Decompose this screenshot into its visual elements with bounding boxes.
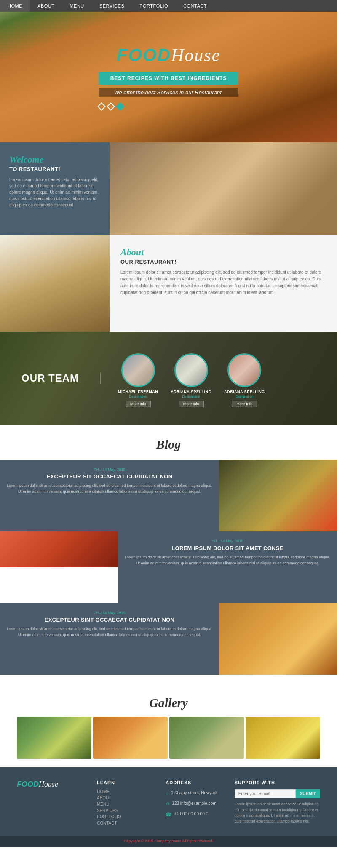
blog-card-1: THU 14 May, 2015 EXCEPTEUR SIT OCCAECAT …: [0, 460, 219, 531]
blog-card-title-2: LOREM IPSUM DOLOR SIT AMET CONSE: [125, 545, 330, 551]
home-icon: ⌂: [166, 790, 168, 798]
restaurant-image: [110, 142, 337, 235]
footer-street-text: 123 ajoy street, Newyork: [171, 789, 217, 797]
gallery-section: Gallery: [0, 683, 337, 767]
blog-section: Blog THU 14 May, 2015 EXCEPTEUR SIT OCCA…: [0, 425, 337, 683]
nav-about[interactable]: ABOUT: [30, 0, 62, 12]
hero-dot-1[interactable]: [97, 102, 106, 111]
blog-sub-image-b: [0, 567, 118, 603]
gallery-item-2[interactable]: [93, 717, 168, 759]
blog-image-1: [219, 460, 337, 531]
team-avatar-2: [174, 353, 208, 387]
blog-row-1: THU 14 May, 2015 EXCEPTEUR SIT OCCAECAT …: [0, 460, 337, 531]
team-avatar-1: [121, 353, 155, 387]
team-more-2[interactable]: More Info: [179, 401, 204, 407]
team-label: OUR TEAM: [8, 372, 101, 384]
team-member-3: ADRIANA SPELLING Designation More Info: [224, 353, 265, 407]
team-name-3: ADRIANA SPELLING: [224, 390, 265, 394]
team-more-3[interactable]: More Info: [232, 401, 257, 407]
gallery-item-3[interactable]: [169, 717, 244, 759]
welcome-text: Welcome TO RESTAURANT! Lorem ipsum dolor…: [0, 142, 110, 235]
blog-date-2: THU 14 May, 2015: [125, 539, 330, 543]
about-section: About OUR RESTAURANT! Lorem ipsum dolor …: [0, 235, 337, 332]
team-role-3: Designation: [224, 395, 265, 398]
phone-icon: ☎: [166, 811, 171, 819]
gallery-title: Gallery: [0, 696, 337, 710]
footer-address-heading: ADDRESS: [166, 780, 222, 785]
footer-submit-button[interactable]: SUBMIT: [296, 789, 320, 798]
footer-link-home[interactable]: HOME: [97, 789, 153, 794]
blog-title: Blog: [0, 437, 337, 451]
footer-support-heading: SUPPORT WITH: [235, 780, 320, 785]
chef-image: [0, 235, 110, 332]
team-members-list: MICHAEL FREEMAN Designation More Info AD…: [101, 353, 265, 407]
gallery-item-1[interactable]: [17, 717, 91, 759]
gallery-item-4[interactable]: [246, 717, 320, 759]
hero-cta-button[interactable]: BEST RECIPES WITH BEST INGREDIENTS: [99, 72, 239, 85]
about-body: Lorem ipsum dolor sit amet consectetur a…: [120, 269, 326, 296]
hero-dot-2[interactable]: [107, 102, 115, 111]
footer-link-services[interactable]: SERVICES: [97, 808, 153, 813]
copyright-text: Copyright © 2015,Company name All rights…: [124, 839, 214, 843]
welcome-section: Welcome TO RESTAURANT! Lorem ipsum dolor…: [0, 142, 337, 235]
footer-logo-house: House: [39, 780, 58, 788]
envelope-icon: ✉: [166, 800, 169, 809]
blog-card-title-1: EXCEPTEUR SIT OCCAECAT CUPIDATAT NON: [7, 473, 212, 480]
welcome-image: [110, 142, 337, 235]
gallery-grid: [0, 717, 337, 759]
nav-contact[interactable]: CONTACT: [176, 0, 214, 12]
blog-card-text-3: Lorem ipsum dolor sit amet consectetur a…: [7, 626, 212, 638]
footer-top: FOODHouse LEARN HOME ABOUT MENU SERVICES…: [17, 780, 320, 836]
hero-subtitle: We offer the best Services in our Restau…: [99, 88, 239, 97]
about-text: About OUR RESTAURANT! Lorem ipsum dolor …: [110, 235, 337, 332]
footer-address-email: ✉ 123 info@example.com: [166, 800, 222, 809]
blog-card-3: THU 14 May, 2015 EXCEPTEUR SINT OCCAECAT…: [0, 603, 219, 675]
footer-address-street: ⌂ 123 ajoy street, Newyork: [166, 789, 222, 798]
footer-logo-food: FOOD: [17, 780, 39, 788]
blog-card-text-1: Lorem ipsum dolor sit amet consectetur a…: [7, 483, 212, 494]
team-avatar-3: [227, 353, 261, 387]
team-more-1[interactable]: More Info: [126, 401, 151, 407]
footer-learn: LEARN HOME ABOUT MENU SERVICES PORTFOLIO…: [97, 780, 153, 827]
hero-dot-3[interactable]: [116, 102, 124, 111]
nav-menu[interactable]: MENU: [62, 0, 91, 12]
footer-support-text: Lorem ipsum dolor sit amet conse cetur a…: [235, 801, 320, 824]
welcome-heading-italic: Welcome: [9, 154, 100, 165]
footer-link-about[interactable]: ABOUT: [97, 796, 153, 800]
footer-link-contact[interactable]: CONTACT: [97, 821, 153, 825]
blog-image-4: [219, 603, 337, 675]
footer-email-input[interactable]: [235, 789, 296, 798]
team-member-2: ADRIANA SPELLING Designation More Info: [171, 353, 211, 407]
navbar: HOME ABOUT MENU SERVICES PORTFOLIO CONTA…: [0, 0, 337, 12]
blog-card-title-3: EXCEPTEUR SINT OCCAECAT CUPIDATAT NON: [7, 617, 212, 623]
welcome-heading-main: TO RESTAURANT!: [9, 166, 100, 172]
hero-dots: [99, 104, 239, 110]
team-name-1: MICHAEL FREEMAN: [118, 390, 158, 394]
team-role-1: Designation: [118, 395, 158, 398]
nav-services[interactable]: SERVICES: [92, 0, 132, 12]
team-role-2: Designation: [171, 395, 211, 398]
footer-support-col: SUPPORT WITH SUBMIT Lorem ipsum dolor si…: [235, 780, 320, 827]
blog-sub-images: [0, 531, 118, 603]
footer-logo: FOODHouse: [17, 780, 84, 789]
footer-address-phone: ☎ +1 000 00 00 00 0: [166, 810, 222, 819]
blog-card-text-2: Lorem ipsum dolor sit amet consectetur a…: [125, 555, 330, 566]
brand-food: FOOD: [117, 45, 171, 65]
blog-row-2: THU 14 May, 2015 LOREM IPSUM DOLOR SIT A…: [0, 531, 337, 603]
footer-link-menu[interactable]: MENU: [97, 802, 153, 807]
nav-home[interactable]: HOME: [0, 0, 30, 12]
footer-copyright: Copyright © 2015,Company name All rights…: [0, 836, 337, 847]
nav-portfolio[interactable]: PORTFOLIO: [132, 0, 176, 12]
hero-title: FOODHouse: [99, 45, 239, 65]
team-name-2: ADRIANA SPELLING: [171, 390, 211, 394]
footer-email-text: 123 info@example.com: [172, 800, 216, 807]
blog-grid: THU 14 May, 2015 EXCEPTEUR SIT OCCAECAT …: [0, 460, 337, 675]
about-heading-italic: About: [120, 247, 326, 258]
team-section: OUR TEAM MICHAEL FREEMAN Designation Mor…: [0, 332, 337, 425]
blog-sub-image-a: [0, 531, 118, 567]
footer-support-form: SUBMIT: [235, 789, 320, 798]
footer-link-portfolio[interactable]: PORTFOLIO: [97, 815, 153, 819]
footer: FOODHouse LEARN HOME ABOUT MENU SERVICES…: [0, 767, 337, 847]
brand-house: House: [171, 45, 220, 65]
blog-row-3: THU 14 May, 2015 EXCEPTEUR SINT OCCAECAT…: [0, 603, 337, 675]
